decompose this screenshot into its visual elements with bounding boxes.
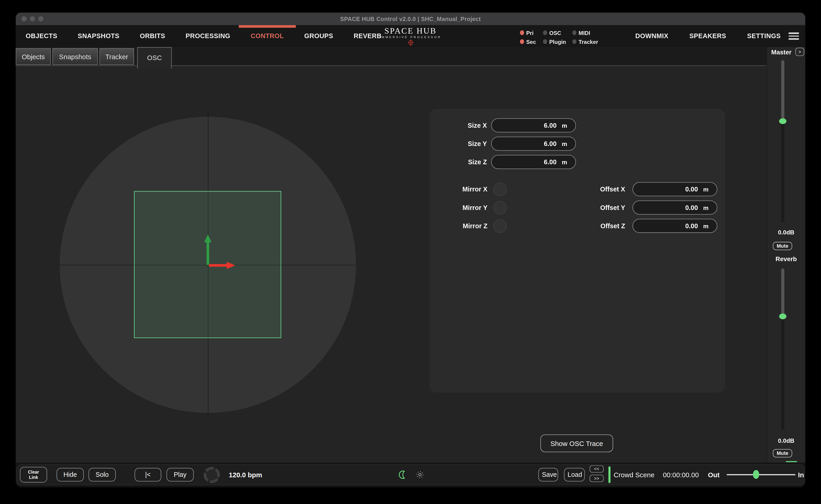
mirror-x-row: Mirror X [429, 182, 534, 196]
content-column: Objects Snapshots Tracker OSC [16, 47, 767, 463]
in-out-slider-handle[interactable] [753, 470, 759, 479]
mirror-y-toggle[interactable] [493, 201, 507, 215]
logo-title: SPACE HUB [379, 27, 442, 35]
nav-objects[interactable]: OBJECTS [24, 32, 59, 40]
status-tracker: Tracker [572, 37, 604, 46]
connection-status: Pri OSC MIDI Sec Plugin [520, 28, 604, 46]
master-fader-track-lower [781, 121, 784, 222]
app-window: SPACE HUB Control v2.0.0 | SHC_Manual_Pr… [16, 13, 805, 487]
mirror-y-row: Mirror Y [429, 200, 534, 215]
offset-y-field[interactable]: 0.00 m [633, 200, 717, 215]
snapshot-active-indicator [609, 466, 611, 483]
status-dot-osc [543, 30, 547, 35]
mirror-x-toggle[interactable] [493, 182, 507, 196]
status-plugin: Plugin [543, 37, 572, 46]
crosshair-target-icon [379, 39, 442, 46]
mirror-z-toggle[interactable] [493, 219, 507, 233]
size-x-row: Size X 6.00 m [429, 118, 586, 133]
sun-icon[interactable] [415, 470, 425, 479]
reverb-fader-track-lower [781, 317, 784, 430]
size-y-row: Size Y 6.00 m [429, 137, 586, 151]
size-z-field[interactable]: 6.00 m [491, 155, 576, 169]
status-midi: MIDI [572, 28, 604, 37]
status-dot-tracker [572, 39, 577, 44]
master-fader-track-upper [781, 60, 784, 121]
out-label: Out [708, 471, 720, 479]
show-osc-trace-button[interactable]: Show OSC Trace [540, 434, 613, 452]
tab-snapshots[interactable]: Snapshots [52, 48, 98, 65]
level-indicator-tick [786, 461, 797, 462]
status-dot-midi [572, 30, 577, 35]
reverb-mute-button[interactable]: Mute [773, 449, 792, 458]
offset-x-field[interactable]: 0.00 m [633, 182, 717, 196]
master-header: Master > [767, 48, 805, 57]
status-dot-sec [520, 39, 524, 44]
mirror-z-row: Mirror Z [429, 219, 534, 233]
tab-objects[interactable]: Objects [16, 48, 51, 65]
bpm-readout: 120.0 bpm [229, 471, 262, 479]
size-y-field[interactable]: 6.00 m [491, 137, 576, 151]
nav-snapshots[interactable]: SNAPSHOTS [76, 32, 121, 40]
save-button[interactable]: Save [538, 468, 558, 482]
next-snapshot-button[interactable]: >> [590, 475, 604, 482]
master-fader-handle[interactable] [779, 118, 787, 124]
scene-name: Crowd Scene [614, 471, 655, 479]
nav-speakers[interactable]: SPEAKERS [688, 32, 728, 40]
size-z-row: Size Z 6.00 m [429, 155, 586, 169]
menu-bar: OBJECTS SNAPSHOTS ORBITS PROCESSING CONT… [16, 25, 805, 47]
status-dot-plugin [543, 39, 547, 44]
master-level-value: 0.0dB [767, 229, 805, 235]
reverb-fader-handle[interactable] [779, 313, 787, 319]
status-osc: OSC [543, 28, 572, 37]
mix-sidebar: Master > 0.0dB Mute Reverb 0.0dB Mute [767, 47, 805, 463]
transport-bar: Clear Link Hide Solo |< Play 120.0 bpm [16, 463, 805, 487]
nav-reverb[interactable]: REVERB [352, 32, 383, 40]
load-button[interactable]: Load [564, 468, 585, 482]
rewind-button[interactable]: |< [135, 468, 161, 482]
offset-x-row: Offset X 0.00 m [568, 182, 719, 196]
prev-snapshot-button[interactable]: << [590, 465, 604, 473]
solo-button[interactable]: Solo [88, 468, 116, 482]
offset-z-field[interactable]: 0.00 m [633, 219, 717, 233]
offset-y-row: Offset Y 0.00 m [568, 200, 719, 215]
reverb-label: Reverb [767, 255, 805, 263]
tab-strip: Objects Snapshots Tracker OSC [16, 47, 767, 66]
app-logo: SPACE HUB IMMERSIVE PROCESSOR [379, 27, 442, 46]
status-sec: Sec [520, 37, 543, 46]
timecode-readout: 00:00:00.00 [663, 471, 699, 479]
size-x-field[interactable]: 6.00 m [491, 118, 576, 133]
nav-settings[interactable]: SETTINGS [746, 32, 782, 40]
origin-axes [197, 228, 250, 270]
title-bar: SPACE HUB Control v2.0.0 | SHC_Manual_Pr… [16, 13, 805, 25]
master-label: Master [771, 49, 792, 56]
status-dot-pri [520, 30, 524, 35]
hide-button[interactable]: Hide [56, 468, 84, 482]
secondary-nav: DOWNMIX SPEAKERS SETTINGS [634, 25, 782, 47]
nav-groups[interactable]: GROUPS [302, 32, 335, 40]
main-area: Objects Snapshots Tracker OSC [16, 47, 805, 463]
offset-z-row: Offset Z 0.00 m [568, 219, 719, 233]
status-pri: Pri [520, 28, 543, 37]
osc-view: Size X 6.00 m Size Y 6.00 m [16, 66, 767, 463]
clear-link-button[interactable]: Clear Link [20, 467, 47, 483]
logo-subtitle: IMMERSIVE PROCESSOR [379, 36, 442, 39]
reverb-fader[interactable] [781, 268, 784, 430]
hamburger-menu-icon[interactable] [789, 32, 799, 40]
master-fader[interactable] [781, 60, 784, 222]
nav-downmix[interactable]: DOWNMIX [634, 32, 670, 40]
reverb-level-value: 0.0dB [767, 438, 805, 444]
nav-processing[interactable]: PROCESSING [184, 32, 232, 40]
tab-tracker[interactable]: Tracker [99, 48, 134, 65]
master-mute-button[interactable]: Mute [773, 242, 792, 250]
reverb-fader-track-upper [781, 268, 784, 317]
moon-icon[interactable] [398, 470, 407, 479]
tab-osc[interactable]: OSC [137, 47, 172, 69]
tempo-knob[interactable] [203, 466, 220, 486]
nav-control[interactable]: CONTROL [249, 32, 285, 40]
in-out-slider-track[interactable] [727, 474, 795, 475]
master-expand-button[interactable]: > [795, 48, 804, 56]
osc-parameter-panel: Size X 6.00 m Size Y 6.00 m [429, 109, 725, 393]
nav-orbits[interactable]: ORBITS [138, 32, 167, 40]
play-button[interactable]: Play [166, 468, 194, 482]
main-nav: OBJECTS SNAPSHOTS ORBITS PROCESSING CONT… [24, 25, 383, 47]
